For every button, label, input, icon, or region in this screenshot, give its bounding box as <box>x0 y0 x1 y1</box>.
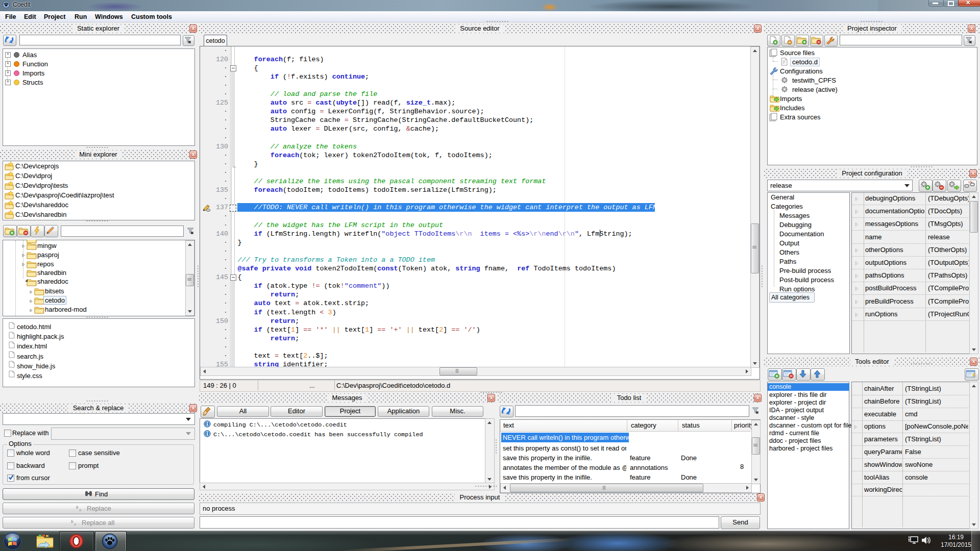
svg-text:a: a <box>79 507 81 512</box>
svg-text:a: a <box>74 521 76 526</box>
svg-text:b: b <box>71 519 74 524</box>
svg-text:b: b <box>76 505 79 510</box>
